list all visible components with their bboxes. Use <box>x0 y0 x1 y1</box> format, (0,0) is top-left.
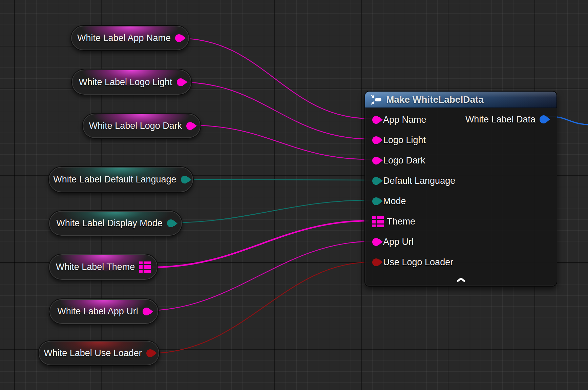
make-whitelabeldata-node[interactable]: Make WhiteLabelData App Name Logo Light … <box>364 91 557 287</box>
getter-node-white-label-use-loader[interactable]: White Label Use Loader <box>38 340 160 366</box>
struct-input-pin-icon[interactable] <box>372 216 384 227</box>
getter-label: White Label Display Mode <box>56 218 163 229</box>
string-input-pin[interactable] <box>372 136 380 144</box>
string-output-pin[interactable] <box>143 308 150 315</box>
string-input-pin[interactable] <box>372 238 380 246</box>
pin-row-use-logo-loader: Use Logo Loader <box>365 252 556 272</box>
pin-label: Logo Light <box>383 135 426 145</box>
getter-label: White Label App Name <box>77 33 171 43</box>
wire-logo-light[interactable] <box>180 82 371 139</box>
getter-node-white-label-app-url[interactable]: White Label App Url <box>49 298 159 325</box>
getter-node-white-label-logo-light[interactable]: White Label Logo Light <box>71 69 192 95</box>
getter-label: White Label Theme <box>56 262 135 272</box>
bool-output-pin[interactable] <box>146 349 154 357</box>
string-output-pin[interactable] <box>175 34 183 42</box>
getter-label: White Label Default Language <box>53 174 176 185</box>
pin-label: Default Language <box>383 176 455 186</box>
wire-display-mode[interactable] <box>168 200 371 223</box>
struct-output-pin[interactable] <box>540 115 548 123</box>
pin-label: Theme <box>387 216 415 227</box>
input-pin-list: App Name Logo Light Logo Dark Default La… <box>365 110 556 272</box>
getter-node-white-label-display-mode[interactable]: White Label Display Mode <box>48 210 183 236</box>
wire-default-language[interactable] <box>183 179 371 180</box>
pin-row-default-language: Default Language <box>365 171 556 191</box>
node-header[interactable]: Make WhiteLabelData <box>365 92 556 108</box>
wire-app-url[interactable] <box>146 241 371 311</box>
pin-label: Use Logo Loader <box>383 257 453 268</box>
pin-label: Logo Dark <box>383 155 425 166</box>
chevron-up-icon <box>456 277 466 282</box>
string-input-pin[interactable] <box>372 116 380 124</box>
pin-row-logo-light: Logo Light <box>365 130 556 150</box>
pin-row-white-label-data-output: White Label Data <box>465 109 556 130</box>
pin-label: Mode <box>383 196 406 207</box>
getter-node-white-label-theme[interactable]: White Label Theme <box>48 254 158 280</box>
getter-label: White Label Logo Dark <box>89 121 182 131</box>
getter-node-white-label-default-language[interactable]: White Label Default Language <box>48 166 194 193</box>
wire-logo-dark[interactable] <box>189 125 371 159</box>
pin-row-app-url: App Url <box>365 232 556 252</box>
getter-node-white-label-app-name[interactable]: White Label App Name <box>70 25 190 51</box>
pin-row-mode: Mode <box>365 191 556 211</box>
string-output-pin[interactable] <box>177 78 185 86</box>
pin-label: App Url <box>383 237 414 247</box>
text-output-pin[interactable] <box>181 176 189 183</box>
wire-use-loader[interactable] <box>149 262 371 353</box>
text-input-pin[interactable] <box>372 177 380 185</box>
getter-label: White Label Use Loader <box>44 348 142 358</box>
pin-row-logo-dark: Logo Dark <box>365 150 556 171</box>
node-title: Make WhiteLabelData <box>386 94 484 105</box>
string-input-pin[interactable] <box>372 157 380 164</box>
getter-node-white-label-logo-dark[interactable]: White Label Logo Dark <box>82 113 201 139</box>
text-output-pin[interactable] <box>167 219 175 227</box>
collapse-node-button[interactable] <box>453 276 469 284</box>
wire-app-name[interactable] <box>179 38 371 119</box>
string-output-pin[interactable] <box>186 122 194 130</box>
struct-output-pin-icon[interactable] <box>139 261 151 273</box>
blueprint-graph-canvas[interactable]: White Label App Name White Label Logo Li… <box>0 0 588 390</box>
getter-label: White Label Logo Light <box>79 77 172 87</box>
bool-input-pin[interactable] <box>372 258 380 266</box>
pin-label: White Label Data <box>465 114 536 125</box>
getter-label: White Label App Url <box>57 306 138 317</box>
pin-label: App Name <box>383 115 426 125</box>
make-struct-icon <box>371 94 382 105</box>
pin-row-theme: Theme <box>365 211 556 232</box>
wire-theme[interactable] <box>152 221 369 267</box>
text-input-pin[interactable] <box>372 197 380 205</box>
